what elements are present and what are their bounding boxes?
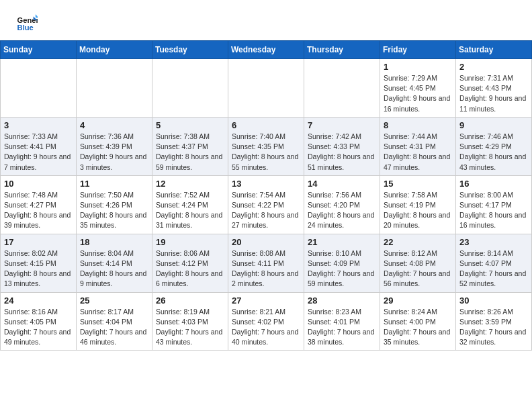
- calendar-day-28: 28Sunrise: 8:23 AM Sunset: 4:01 PM Dayli…: [304, 292, 380, 351]
- col-header-wednesday: Wednesday: [228, 41, 304, 59]
- day-number: 25: [80, 295, 148, 306]
- calendar-week-row: 17Sunrise: 8:02 AM Sunset: 4:15 PM Dayli…: [1, 234, 532, 292]
- calendar-day-15: 15Sunrise: 7:58 AM Sunset: 4:19 PM Dayli…: [380, 175, 456, 234]
- day-number: 16: [459, 179, 528, 189]
- day-info: Sunrise: 8:12 AM Sunset: 4:08 PM Dayligh…: [384, 248, 452, 289]
- day-info: Sunrise: 8:24 AM Sunset: 4:00 PM Dayligh…: [384, 307, 452, 348]
- day-number: 6: [232, 120, 300, 130]
- calendar-day-27: 27Sunrise: 8:21 AM Sunset: 4:02 PM Dayli…: [228, 292, 304, 351]
- day-number: 9: [459, 120, 528, 130]
- svg-text:General: General: [17, 16, 38, 24]
- day-number: 20: [232, 237, 300, 247]
- day-number: 22: [384, 237, 452, 247]
- day-info: Sunrise: 7:38 AM Sunset: 4:37 PM Dayligh…: [156, 132, 224, 173]
- calendar-day-9: 9Sunrise: 7:46 AM Sunset: 4:29 PM Daylig…: [456, 117, 532, 175]
- calendar-day-10: 10Sunrise: 7:48 AM Sunset: 4:27 PM Dayli…: [1, 175, 77, 234]
- day-number: 12: [156, 179, 224, 189]
- calendar-week-row: 24Sunrise: 8:16 AM Sunset: 4:05 PM Dayli…: [1, 292, 532, 351]
- day-info: Sunrise: 7:48 AM Sunset: 4:27 PM Dayligh…: [4, 190, 73, 231]
- day-info: Sunrise: 7:29 AM Sunset: 4:45 PM Dayligh…: [384, 73, 452, 114]
- page-header: General Blue: [0, 0, 532, 40]
- day-number: 23: [459, 237, 528, 247]
- col-header-monday: Monday: [77, 41, 152, 59]
- calendar-day-6: 6Sunrise: 7:40 AM Sunset: 4:35 PM Daylig…: [228, 117, 304, 175]
- day-number: 26: [156, 295, 224, 306]
- calendar-day-empty: [1, 59, 77, 118]
- day-number: 2: [459, 62, 528, 72]
- day-info: Sunrise: 8:06 AM Sunset: 4:12 PM Dayligh…: [156, 248, 224, 289]
- calendar-day-24: 24Sunrise: 8:16 AM Sunset: 4:05 PM Dayli…: [1, 292, 77, 351]
- col-header-friday: Friday: [380, 41, 456, 59]
- calendar-table: SundayMondayTuesdayWednesdayThursdayFrid…: [0, 40, 532, 351]
- calendar-day-13: 13Sunrise: 7:54 AM Sunset: 4:22 PM Dayli…: [228, 175, 304, 234]
- calendar-day-2: 2Sunrise: 7:31 AM Sunset: 4:43 PM Daylig…: [456, 59, 532, 118]
- day-info: Sunrise: 7:58 AM Sunset: 4:19 PM Dayligh…: [384, 190, 452, 231]
- day-info: Sunrise: 7:50 AM Sunset: 4:26 PM Dayligh…: [80, 190, 148, 231]
- day-info: Sunrise: 7:36 AM Sunset: 4:39 PM Dayligh…: [80, 132, 148, 173]
- day-info: Sunrise: 7:40 AM Sunset: 4:35 PM Dayligh…: [232, 132, 300, 173]
- calendar-day-20: 20Sunrise: 8:08 AM Sunset: 4:11 PM Dayli…: [228, 234, 304, 292]
- calendar-day-3: 3Sunrise: 7:33 AM Sunset: 4:41 PM Daylig…: [1, 117, 77, 175]
- day-info: Sunrise: 7:52 AM Sunset: 4:24 PM Dayligh…: [156, 190, 224, 231]
- calendar-day-empty: [228, 59, 304, 118]
- day-number: 19: [156, 237, 224, 247]
- day-number: 3: [4, 120, 73, 130]
- calendar-day-23: 23Sunrise: 8:14 AM Sunset: 4:07 PM Dayli…: [456, 234, 532, 292]
- calendar-day-7: 7Sunrise: 7:42 AM Sunset: 4:33 PM Daylig…: [304, 117, 380, 175]
- day-info: Sunrise: 7:54 AM Sunset: 4:22 PM Dayligh…: [232, 190, 300, 231]
- calendar-day-25: 25Sunrise: 8:17 AM Sunset: 4:04 PM Dayli…: [77, 292, 152, 351]
- col-header-sunday: Sunday: [1, 41, 77, 59]
- calendar-week-row: 3Sunrise: 7:33 AM Sunset: 4:41 PM Daylig…: [1, 117, 532, 175]
- day-number: 17: [4, 237, 73, 247]
- day-number: 21: [308, 237, 376, 247]
- calendar-day-11: 11Sunrise: 7:50 AM Sunset: 4:26 PM Dayli…: [77, 175, 152, 234]
- calendar-day-29: 29Sunrise: 8:24 AM Sunset: 4:00 PM Dayli…: [380, 292, 456, 351]
- calendar-day-12: 12Sunrise: 7:52 AM Sunset: 4:24 PM Dayli…: [152, 175, 228, 234]
- day-info: Sunrise: 8:04 AM Sunset: 4:14 PM Dayligh…: [80, 248, 148, 289]
- day-info: Sunrise: 7:56 AM Sunset: 4:20 PM Dayligh…: [308, 190, 376, 231]
- day-info: Sunrise: 8:10 AM Sunset: 4:09 PM Dayligh…: [308, 248, 376, 289]
- col-header-saturday: Saturday: [456, 41, 532, 59]
- calendar-day-8: 8Sunrise: 7:44 AM Sunset: 4:31 PM Daylig…: [380, 117, 456, 175]
- day-info: Sunrise: 8:00 AM Sunset: 4:17 PM Dayligh…: [459, 190, 528, 231]
- calendar-day-5: 5Sunrise: 7:38 AM Sunset: 4:37 PM Daylig…: [152, 117, 228, 175]
- logo: General Blue: [16, 12, 42, 34]
- day-number: 4: [80, 120, 148, 130]
- day-number: 5: [156, 120, 224, 130]
- calendar-header-row: SundayMondayTuesdayWednesdayThursdayFrid…: [1, 41, 532, 59]
- day-info: Sunrise: 8:14 AM Sunset: 4:07 PM Dayligh…: [459, 248, 528, 289]
- day-info: Sunrise: 8:21 AM Sunset: 4:02 PM Dayligh…: [232, 307, 300, 348]
- day-info: Sunrise: 8:26 AM Sunset: 3:59 PM Dayligh…: [459, 307, 528, 348]
- day-info: Sunrise: 8:02 AM Sunset: 4:15 PM Dayligh…: [4, 248, 73, 289]
- day-number: 13: [232, 179, 300, 189]
- calendar-day-18: 18Sunrise: 8:04 AM Sunset: 4:14 PM Dayli…: [77, 234, 152, 292]
- svg-text:Blue: Blue: [17, 24, 34, 32]
- calendar-day-26: 26Sunrise: 8:19 AM Sunset: 4:03 PM Dayli…: [152, 292, 228, 351]
- day-info: Sunrise: 8:23 AM Sunset: 4:01 PM Dayligh…: [308, 307, 376, 348]
- calendar-day-17: 17Sunrise: 8:02 AM Sunset: 4:15 PM Dayli…: [1, 234, 77, 292]
- day-number: 11: [80, 179, 148, 189]
- calendar-week-row: 10Sunrise: 7:48 AM Sunset: 4:27 PM Dayli…: [1, 175, 532, 234]
- calendar-day-1: 1Sunrise: 7:29 AM Sunset: 4:45 PM Daylig…: [380, 59, 456, 118]
- calendar-day-empty: [152, 59, 228, 118]
- day-number: 27: [232, 295, 300, 306]
- calendar-day-empty: [304, 59, 380, 118]
- day-number: 18: [80, 237, 148, 247]
- day-info: Sunrise: 7:44 AM Sunset: 4:31 PM Dayligh…: [384, 132, 452, 173]
- calendar-day-30: 30Sunrise: 8:26 AM Sunset: 3:59 PM Dayli…: [456, 292, 532, 351]
- day-info: Sunrise: 8:19 AM Sunset: 4:03 PM Dayligh…: [156, 307, 224, 348]
- day-info: Sunrise: 7:33 AM Sunset: 4:41 PM Dayligh…: [4, 132, 73, 173]
- day-number: 24: [4, 295, 73, 306]
- day-info: Sunrise: 7:42 AM Sunset: 4:33 PM Dayligh…: [308, 132, 376, 173]
- calendar-day-empty: [77, 59, 152, 118]
- day-number: 8: [384, 120, 452, 130]
- day-number: 28: [308, 295, 376, 306]
- day-info: Sunrise: 7:31 AM Sunset: 4:43 PM Dayligh…: [459, 73, 528, 114]
- day-info: Sunrise: 8:16 AM Sunset: 4:05 PM Dayligh…: [4, 307, 73, 348]
- calendar-day-22: 22Sunrise: 8:12 AM Sunset: 4:08 PM Dayli…: [380, 234, 456, 292]
- day-number: 14: [308, 179, 376, 189]
- day-info: Sunrise: 8:08 AM Sunset: 4:11 PM Dayligh…: [232, 248, 300, 289]
- calendar-day-16: 16Sunrise: 8:00 AM Sunset: 4:17 PM Dayli…: [456, 175, 532, 234]
- day-info: Sunrise: 7:46 AM Sunset: 4:29 PM Dayligh…: [459, 132, 528, 173]
- day-number: 1: [384, 62, 452, 72]
